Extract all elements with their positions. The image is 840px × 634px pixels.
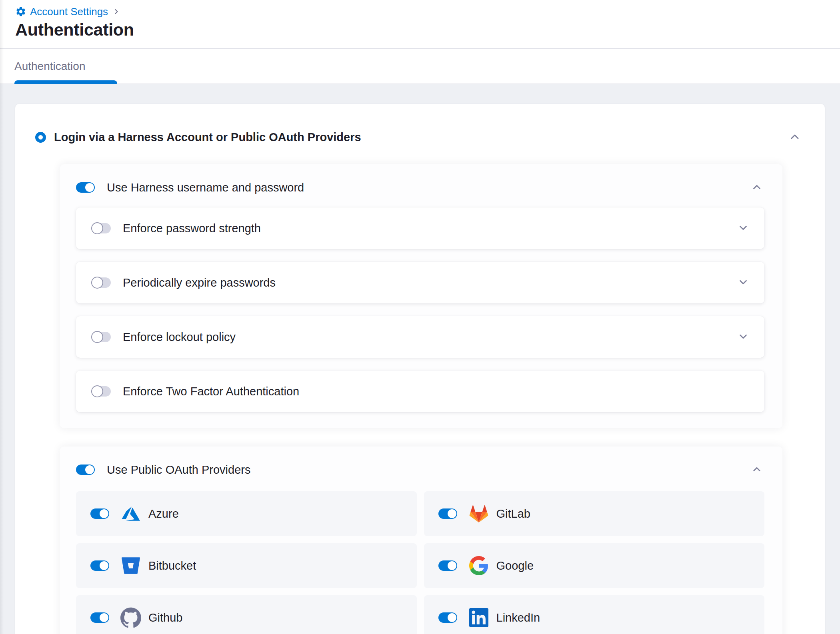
lockout-policy-expand-button[interactable]: [736, 329, 751, 345]
gitlab-toggle[interactable]: [438, 508, 457, 519]
option-label: Enforce Two Factor Authentication: [123, 385, 299, 398]
provider-label: Google: [496, 559, 534, 572]
oauth-providers-label: Use Public OAuth Providers: [107, 463, 250, 476]
use-public-oauth-toggle[interactable]: [76, 465, 95, 475]
gitlab-icon: [468, 502, 490, 525]
google-icon: [468, 554, 490, 577]
enforce-password-strength-toggle[interactable]: [92, 223, 111, 233]
chevron-down-icon: [737, 222, 749, 235]
tab-authentication[interactable]: Authentication: [14, 49, 117, 84]
section-collapse-button[interactable]: [787, 129, 803, 146]
oauth-providers-header: Use Public OAuth Providers: [76, 463, 764, 477]
breadcrumb: Account Settings: [15, 5, 840, 18]
option-row-password-strength: Enforce password strength: [76, 207, 764, 249]
option-row-two-factor: Enforce Two Factor Authentication: [76, 371, 764, 412]
toggle-knob: [100, 509, 108, 518]
toggle-knob: [91, 331, 103, 343]
auth-methods-card: Login via a Harness Account or Public OA…: [15, 104, 825, 634]
toggle-knob: [448, 613, 456, 622]
toggle-knob: [91, 222, 103, 234]
toggle-knob: [91, 385, 103, 397]
gear-icon: [15, 6, 26, 17]
page-header: Account Settings Authentication: [0, 0, 840, 49]
option-row-expire-passwords: Periodically expire passwords: [76, 262, 764, 303]
username-password-label: Use Harness username and password: [107, 181, 304, 194]
provider-tile-github: Github: [76, 595, 417, 634]
provider-grid: Azure G: [76, 491, 764, 634]
tab-authentication-label: Authentication: [14, 60, 85, 73]
main-content: Login via a Harness Account or Public OA…: [0, 84, 840, 634]
section-title: Login via a Harness Account or Public OA…: [54, 131, 361, 144]
toggle-knob: [448, 509, 456, 518]
option-label: Enforce password strength: [123, 222, 261, 235]
periodically-expire-passwords-toggle[interactable]: [92, 277, 111, 288]
login-method-radio[interactable]: [35, 132, 46, 143]
github-toggle[interactable]: [90, 612, 109, 623]
provider-tile-azure: Azure: [76, 491, 417, 536]
expire-passwords-expand-button[interactable]: [736, 275, 751, 291]
chevron-up-icon: [788, 130, 801, 144]
active-tab-underline: [14, 80, 117, 84]
tab-bar: Authentication: [0, 49, 840, 84]
provider-label: Bitbucket: [148, 559, 196, 572]
username-password-header: Use Harness username and password: [76, 180, 764, 195]
provider-tile-bitbucket: Bitbucket: [76, 543, 417, 588]
toggle-knob: [85, 183, 94, 192]
use-harness-username-password-toggle[interactable]: [76, 182, 95, 193]
toggle-knob: [100, 613, 108, 622]
username-password-panel: Use Harness username and password Enforc…: [60, 164, 782, 428]
linkedin-toggle[interactable]: [438, 612, 457, 623]
chevron-down-icon: [737, 276, 749, 289]
enforce-lockout-policy-toggle[interactable]: [92, 332, 111, 342]
enforce-two-factor-toggle[interactable]: [92, 386, 111, 397]
provider-label: Github: [148, 611, 182, 624]
section-header: Login via a Harness Account or Public OA…: [35, 129, 803, 146]
provider-tile-linkedin: LinkedIn: [424, 595, 765, 634]
github-icon: [120, 606, 142, 629]
provider-label: LinkedIn: [496, 611, 540, 624]
toggle-knob: [100, 561, 108, 570]
page-title: Authentication: [15, 20, 840, 40]
chevron-up-icon: [751, 181, 763, 194]
chevron-right-icon: [112, 8, 120, 16]
chevron-down-icon: [737, 331, 749, 344]
provider-tile-google: Google: [424, 543, 765, 588]
option-label: Periodically expire passwords: [123, 276, 276, 289]
toggle-knob: [448, 561, 456, 570]
toggle-knob: [85, 465, 94, 474]
bitbucket-icon: [120, 554, 142, 577]
password-strength-expand-button[interactable]: [736, 220, 751, 237]
linkedin-icon: [468, 606, 490, 629]
username-password-collapse-button[interactable]: [749, 179, 764, 196]
breadcrumb-link-account-settings[interactable]: Account Settings: [30, 6, 108, 18]
azure-icon: [120, 502, 142, 525]
chevron-up-icon: [751, 463, 763, 476]
option-row-lockout-policy: Enforce lockout policy: [76, 316, 764, 358]
google-toggle[interactable]: [438, 560, 457, 571]
bitbucket-toggle[interactable]: [90, 560, 109, 571]
option-label: Enforce lockout policy: [123, 331, 236, 344]
provider-tile-gitlab: GitLab: [424, 491, 765, 536]
provider-label: GitLab: [496, 507, 530, 520]
provider-label: Azure: [148, 507, 179, 520]
azure-toggle[interactable]: [90, 508, 109, 519]
toggle-knob: [91, 277, 103, 289]
oauth-collapse-button[interactable]: [749, 462, 764, 478]
oauth-providers-panel: Use Public OAuth Providers Azure: [60, 447, 782, 634]
